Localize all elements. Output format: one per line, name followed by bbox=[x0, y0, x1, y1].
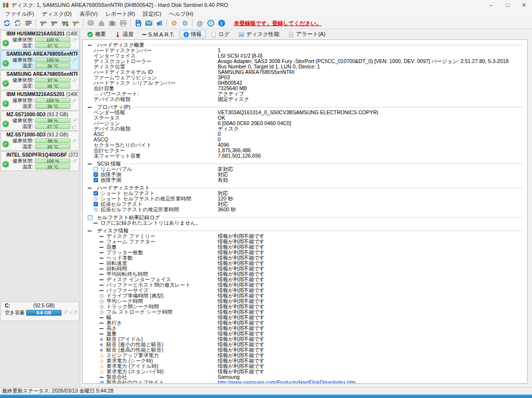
menu-item-4[interactable]: 設定(C) bbox=[139, 10, 165, 18]
disk-item-1[interactable]: SAMSUNG AREA7680S5xnNTRI (7153.9 GB)✓健康状… bbox=[0, 50, 79, 70]
warning-icon: ⚠ bbox=[100, 358, 106, 364]
info-row: ◷ショート セルフテストの推定所要時間120 秒 bbox=[88, 196, 524, 201]
info-row-value: VET303AQ161014_0_S50CV3BSAMSUNG ELECTRON… bbox=[218, 110, 378, 115]
speaker-icon bbox=[100, 337, 104, 342]
disk-item-0[interactable]: IBM HUSMM3216ASS201 (1490.4 GB)✓健康状態:100… bbox=[0, 30, 79, 50]
log-doc-icon bbox=[211, 32, 217, 37]
refresh-warning-icon bbox=[14, 19, 22, 27]
tab-アラート(A)[interactable]: アラート(A) bbox=[284, 30, 329, 38]
memory-card-button[interactable] bbox=[133, 18, 143, 28]
disk-item-5[interactable]: MZ-5S71000-0D3 (93.2 GB)✓健康状態:98 %ディスク: … bbox=[0, 131, 79, 151]
tab-概要[interactable]: 概要 bbox=[83, 30, 110, 38]
report-list-icon bbox=[25, 19, 33, 27]
help-button[interactable]: ? bbox=[205, 18, 216, 28]
tab-情報[interactable]: 情報 bbox=[179, 30, 206, 38]
section-1: プロパティ(P)ベンダー情報VET303AQ161014_0_S50CV3BSA… bbox=[88, 104, 524, 159]
info-row: バッファーとホスト間の最大レート情報が利用不能です bbox=[88, 282, 524, 288]
temperature-label: 温度: bbox=[11, 123, 33, 130]
menu-item-1[interactable]: ディスク(D) bbox=[38, 10, 75, 18]
refresh-icon bbox=[3, 19, 11, 27]
scan-tool-4-button[interactable] bbox=[70, 18, 81, 28]
disk-size: (372.6 GB) bbox=[68, 152, 78, 158]
manufacturer-website-link[interactable]: http://www.samsung.com/Products/HardDisk… bbox=[218, 380, 356, 384]
free-space-bar: 9.8 GB bbox=[26, 310, 62, 316]
mail-icon bbox=[145, 19, 153, 27]
camera-button[interactable] bbox=[107, 18, 117, 28]
loglist-icon bbox=[88, 215, 93, 220]
maximize-button[interactable]: □ bbox=[499, 0, 516, 10]
clock-icon: ◷ bbox=[100, 309, 104, 315]
scan-tool-1-button[interactable] bbox=[38, 18, 48, 28]
tab-label: 情報 bbox=[191, 31, 202, 38]
minus-icon bbox=[88, 107, 92, 108]
info-row-label: 製造会社のウェブサイト bbox=[106, 380, 164, 384]
printer-button[interactable] bbox=[118, 18, 128, 28]
menu-item-3[interactable]: レポート(R) bbox=[101, 10, 139, 18]
settings-gear-button[interactable]: ⚙ bbox=[169, 18, 179, 28]
close-button[interactable]: ✕ bbox=[516, 0, 532, 10]
checkbox-checked-icon: ✓ bbox=[94, 191, 98, 196]
disk-model: IBM HUSMM3216ASS201 bbox=[6, 92, 65, 97]
info-row: 重量情報が利用不能です bbox=[88, 331, 524, 336]
tab-S.M.A.R.T.[interactable]: S.M.A.R.T. bbox=[138, 30, 178, 38]
info-row: セクター当たりのバイト4096 bbox=[88, 142, 524, 148]
tab-ログ[interactable]: ログ bbox=[207, 30, 234, 38]
disk-size: (1490.4 GB) bbox=[66, 92, 78, 97]
menu-item-2[interactable]: 表示(V) bbox=[75, 10, 101, 18]
tab-温度[interactable]: 温度 bbox=[111, 30, 137, 38]
info-row: リムーバブル非対応 bbox=[88, 166, 524, 172]
eject-icon bbox=[98, 19, 105, 27]
eject-button[interactable] bbox=[96, 18, 106, 28]
disk-number-label: ディスク: 1 bbox=[72, 57, 78, 64]
minus-icon bbox=[100, 323, 103, 324]
speaker-icon bbox=[100, 348, 104, 353]
temperature-bar: 28 °C bbox=[35, 144, 70, 149]
clock-icon: ◷ bbox=[100, 298, 104, 304]
menu-item-5[interactable]: ヘルプ(H) bbox=[165, 10, 197, 18]
info-row: ◷拡張セルフテストの推定所要時間3600 秒 bbox=[88, 207, 524, 212]
disk-list-sidebar: IBM HUSMM3216ASS201 (1490.4 GB)✓健康状態:100… bbox=[0, 29, 80, 387]
disk-detect-button[interactable] bbox=[85, 18, 96, 28]
minus-icon bbox=[88, 188, 92, 189]
warning-icon: ⚠ bbox=[100, 364, 104, 369]
minimize-button[interactable]: – bbox=[483, 0, 499, 10]
speaker-icon bbox=[100, 342, 106, 347]
disk-item-6[interactable]: INTEL SSDPFR1Q400GBF (372.6 GB)✓健康状態:100… bbox=[0, 151, 79, 171]
mail-button[interactable] bbox=[143, 18, 154, 28]
window-title: ディスク: 1, SAMSUNG AREA7680S5xnNTRI [0HB00… bbox=[11, 1, 228, 9]
info-row: 奥行き情報が利用不能です bbox=[88, 320, 524, 326]
options-gear-button[interactable]: ⚙ bbox=[180, 18, 190, 28]
tab-ディスク性能[interactable]: ディスク性能 bbox=[234, 30, 283, 38]
info-row: 幅情報が利用不能です bbox=[88, 315, 524, 320]
report-list-button[interactable] bbox=[23, 18, 33, 28]
scan-tool-2-button[interactable] bbox=[49, 18, 59, 28]
info-button[interactable]: i bbox=[216, 18, 227, 28]
disk-item-4[interactable]: MZ-5S71000-0D3 (93.2 GB)✓健康状態:98 %ディスク: … bbox=[0, 111, 79, 131]
scan-tool-2-icon bbox=[50, 19, 58, 27]
menu-item-0[interactable]: ファイル(F) bbox=[1, 10, 38, 18]
info-row: 合計容量7325640 MB bbox=[88, 86, 524, 91]
disk-item-3[interactable]: IBM HUSMM3216ASS201 (1490.4 GB)✓健康状態:100… bbox=[0, 91, 79, 110]
announce-button[interactable] bbox=[154, 18, 165, 28]
scan-tool-3-button[interactable] bbox=[60, 18, 70, 28]
minus-icon bbox=[88, 231, 92, 232]
minus-icon bbox=[100, 236, 106, 237]
info-row: ✓故障予測対応 bbox=[88, 172, 524, 177]
info-row: デバイスの種類ディスク bbox=[88, 126, 524, 132]
info-row: ベンダー情報VET303AQ161014_0_S50CV3BSAMSUNG EL… bbox=[88, 110, 524, 115]
minus-icon bbox=[100, 258, 103, 259]
disk-size: (93.2 GB) bbox=[47, 112, 68, 117]
memory-card-icon bbox=[134, 19, 142, 27]
register-button[interactable]: @ bbox=[195, 18, 205, 28]
health-bar: 98 % bbox=[35, 118, 70, 123]
refresh-button[interactable] bbox=[1, 18, 12, 28]
info-row: ASCQ0 bbox=[88, 137, 524, 142]
disk-item-2[interactable]: SAMSUNG AREA7680S5xnNTRI (7153.9 GB)✓健康状… bbox=[0, 70, 79, 90]
register-notice[interactable]: 未登録版です。登録してください。 bbox=[234, 20, 322, 27]
partition-item-c[interactable]: C:(92.5 GB)空き容量9.8 GBディスク: 4 bbox=[0, 301, 79, 321]
checkbox-unchecked-icon bbox=[94, 167, 100, 171]
refresh-warning-button[interactable] bbox=[12, 18, 23, 28]
clock-icon: ◷ bbox=[94, 207, 100, 212]
tab-bar: 概要温度S.M.A.R.T.情報ログディスク性能アラート(A) bbox=[82, 30, 528, 39]
section-header: ハードディスク概要 bbox=[88, 42, 524, 48]
